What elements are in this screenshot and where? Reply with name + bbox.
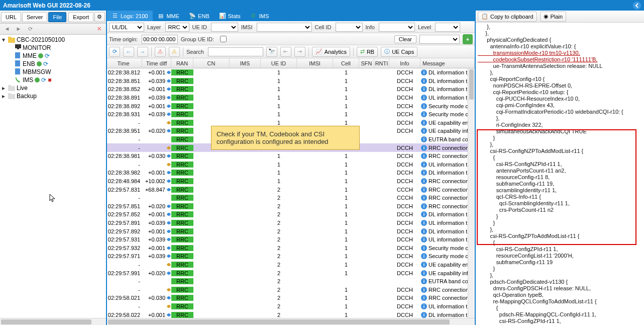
prev-file-icon[interactable]: ◄	[3, 25, 11, 33]
col-imsi[interactable]: IMSI	[297, 58, 333, 68]
timeorigin-input[interactable]	[142, 35, 178, 44]
gear-icon[interactable]: ⚙	[94, 12, 105, 22]
table-row[interactable]: -RRC11DCCHiUL information transfer	[107, 160, 475, 169]
copy-button[interactable]: 📋Copy to clipboard	[478, 12, 537, 22]
left-hscrollbar[interactable]	[0, 318, 106, 325]
arrow-left-icon[interactable]: ←	[123, 47, 134, 57]
chevron-right-icon[interactable]: ▸	[2, 85, 8, 92]
col-time[interactable]: Time	[107, 58, 142, 68]
grid-hscrollbar[interactable]	[107, 318, 475, 325]
table-row[interactable]: 02:28:38.891+0.039RRC11DCCHiUL informati…	[107, 94, 475, 102]
tab-mme[interactable]: ▤MME	[153, 11, 184, 21]
collapse-icon[interactable]	[633, 2, 641, 10]
table-row[interactable]: 02:29:57.892+0.001RRC21DCCHiDL informati…	[107, 227, 475, 235]
tree-mbmsgw[interactable]: MBMSGW	[1, 68, 105, 76]
refresh-icon[interactable]: ⟳	[41, 76, 46, 84]
table-row[interactable]: 02:28:48.984+10.002RRC11DCCHiRRC connect…	[107, 177, 475, 186]
table-row[interactable]: 02:29:58.022+0.001RRC21DCCHiDL informati…	[107, 310, 475, 318]
table-row[interactable]: 02:28:38.982+0.001RRC11DCCHiDL informati…	[107, 169, 475, 177]
table-row[interactable]: 02:28:38.812+0.001RRC11DCCHiDL informati…	[107, 68, 475, 77]
table-row[interactable]: -RRC21DCCHiRRC connection reconfiguratio…	[107, 285, 475, 294]
table-row[interactable]: 02:28:38.852+0.001RRC11DCCHiDL informati…	[107, 85, 475, 94]
add-button[interactable]: +	[463, 34, 473, 44]
stop-icon[interactable]: ■	[48, 76, 51, 84]
uecaps-button[interactable]: ⓘUE Caps	[381, 47, 417, 57]
tree-monitor[interactable]: MONITOR	[1, 44, 105, 52]
binoculars-icon[interactable]: 🔭	[266, 47, 277, 57]
col-ueid[interactable]: UE ID	[261, 58, 297, 68]
tree-enb[interactable]: ENB ⟳	[1, 60, 105, 68]
tab-logs[interactable]: ☰Logs: 2100	[107, 11, 153, 21]
grid-vscrollbar[interactable]	[468, 68, 475, 318]
url-button[interactable]: URL	[1, 12, 21, 22]
tree-live[interactable]: ▸ Live	[1, 84, 105, 92]
search-next-icon[interactable]: ⇥	[294, 47, 305, 57]
groupue-checkbox[interactable]	[220, 36, 227, 42]
refresh-icon[interactable]: ⟳	[43, 60, 48, 67]
file-button[interactable]: File	[48, 12, 66, 22]
warning2-icon[interactable]: ⚠	[169, 47, 180, 57]
col-sfn[interactable]: SFN	[359, 58, 374, 68]
doc-icon	[15, 60, 21, 67]
table-row[interactable]: 02:29:57.831+68.847RRC21CCCHiRRC connect…	[107, 185, 475, 194]
info-select[interactable]	[379, 23, 415, 32]
table-row[interactable]: 02:28:38.931+0.039RRC11DCCHiSecurity mod…	[107, 110, 475, 119]
table-row[interactable]: 02:29:58.021+0.030RRC21DCCHiRRC connecti…	[107, 294, 475, 302]
col-rnti[interactable]: RNTI	[374, 58, 389, 68]
tab-ims[interactable]: ✆IMS	[246, 11, 274, 21]
table-row[interactable]: 02:29:57.891+0.039RRC21DCCHiUL informati…	[107, 219, 475, 227]
table-row[interactable]: 02:28:38.892+0.001RRC11DCCHiSecurity mod…	[107, 102, 475, 110]
table-row[interactable]: 02:29:57.932+0.001RRC21DCCHiSecurity mod…	[107, 243, 475, 252]
tree-ims[interactable]: IMS ⟳ ■	[1, 76, 105, 84]
layer-select[interactable]: RRC	[165, 23, 189, 32]
table-row[interactable]: 02:28:38.851+0.039RRC11DCCHiDL informati…	[107, 77, 475, 86]
search-input[interactable]	[208, 47, 263, 56]
table-row[interactable]: 02:29:57.991+0.020RRC21DCCHiUE capabilit…	[107, 269, 475, 277]
col-ran[interactable]: RAN	[171, 58, 193, 68]
table-row[interactable]: -RRC2iEUTRA band combinations	[107, 277, 475, 286]
table-row[interactable]: -RRC21DCCHiUE capability enquiry	[107, 261, 475, 269]
col-info[interactable]: Info	[389, 58, 420, 68]
code-pane[interactable]: }, }, physicalConfigDedicated { antennaI…	[476, 23, 644, 325]
col-tdiff[interactable]: Time diff	[142, 58, 171, 68]
col-ims[interactable]: IMS	[230, 58, 261, 68]
tree-mme[interactable]: MME ⟳	[1, 52, 105, 60]
close-icon[interactable]: ✕	[95, 25, 103, 33]
chevron-right-icon[interactable]: ▸	[2, 93, 8, 100]
table-row[interactable]: 02:29:57.851+0.020RRC21DCCHiRRC connecti…	[107, 202, 475, 211]
table-row[interactable]: 02:28:38.981+0.030RRC11DCCHiRRC connecti…	[107, 152, 475, 160]
reload-icon[interactable]: ⟳	[109, 47, 120, 57]
refresh-icon[interactable]: ⟳	[26, 25, 34, 33]
table-row[interactable]: 02:29:57.931+0.039RRC21DCCHiUL informati…	[107, 235, 475, 244]
ueid-select[interactable]	[211, 23, 238, 32]
imsi-select[interactable]	[257, 23, 312, 32]
clear-button[interactable]: Clear	[394, 35, 416, 43]
next-file-icon[interactable]: ►	[15, 25, 23, 33]
col-cell[interactable]: Cell	[333, 58, 359, 68]
server-button[interactable]: Server	[22, 12, 47, 22]
grid-body[interactable]: 02:28:38.812+0.001RRC11DCCHiDL informati…	[107, 68, 475, 318]
table-row[interactable]: 02:29:57.852+0.001RRC21DCCHiDL informati…	[107, 210, 475, 219]
col-cn[interactable]: CN	[193, 58, 230, 68]
table-row[interactable]: -RRC21DCCHiUL information transfer	[107, 302, 475, 311]
warning-icon[interactable]: ⚠	[155, 47, 166, 57]
rb-button[interactable]: ⇄RB	[357, 47, 378, 57]
level-select[interactable]	[435, 23, 460, 32]
analytics-button[interactable]: 📈Analytics	[312, 47, 350, 57]
table-row[interactable]: 02:29:57.971+0.039RRC21DCCHiSecurity mod…	[107, 252, 475, 261]
uldl-select[interactable]: UL/DL	[109, 23, 144, 32]
col-msg[interactable]: Message	[420, 58, 475, 68]
search-prev-icon[interactable]: ⇤	[280, 47, 291, 57]
clear-select[interactable]	[419, 35, 460, 44]
tab-stats[interactable]: 📊Stats	[214, 11, 246, 21]
refresh-icon[interactable]: ⟳	[45, 52, 50, 59]
cellid-select[interactable]	[336, 23, 363, 32]
tree-root[interactable]: ▾ CBC-2021050100	[1, 36, 105, 44]
table-row[interactable]: -RRC21CCCHiRRC connection setup	[107, 194, 475, 202]
export-button[interactable]: Export	[68, 12, 93, 22]
tree-backup[interactable]: ▸ Backup	[1, 92, 105, 100]
arrow-right-icon[interactable]: →	[137, 47, 148, 57]
plain-button[interactable]: ◉Plain	[540, 12, 566, 22]
tab-enb[interactable]: 📡ENB	[184, 11, 214, 21]
chevron-down-icon[interactable]: ▾	[2, 36, 8, 43]
